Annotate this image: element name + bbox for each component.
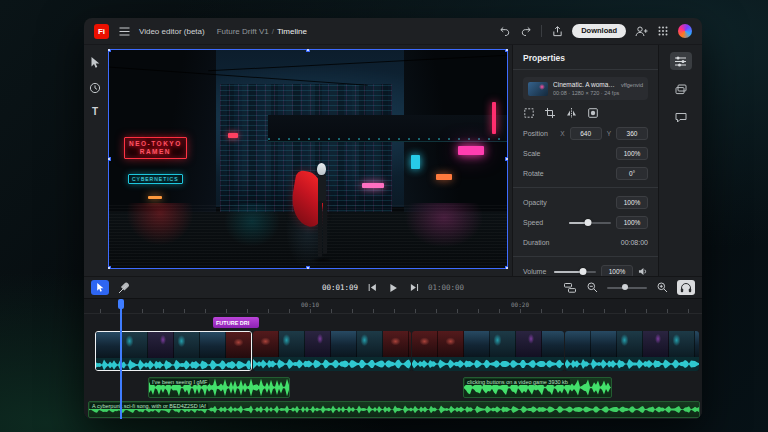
history-tool-icon[interactable] — [88, 81, 102, 95]
neon-sign — [436, 174, 452, 180]
previous-frame-icon[interactable] — [365, 281, 379, 295]
select-tool-icon[interactable] — [88, 55, 102, 69]
clip-suffix: vffgenvid — [621, 82, 643, 88]
video-clip[interactable] — [565, 331, 699, 371]
rotate-input[interactable] — [616, 167, 648, 180]
video-preview[interactable]: NEO-TOKYO RAMEN CYBERNETICS — [108, 49, 508, 269]
opacity-row: Opacity — [523, 196, 648, 209]
speed-input[interactable] — [616, 216, 648, 229]
video-audio-waveform — [565, 357, 699, 371]
divider — [541, 25, 542, 37]
neon-sign — [411, 155, 420, 169]
video-frame-thumbnail — [695, 331, 699, 357]
timeline-select-tool[interactable] — [91, 280, 109, 295]
opacity-input[interactable] — [616, 196, 648, 209]
resize-handle[interactable] — [505, 157, 508, 161]
crop-icon[interactable] — [545, 108, 555, 118]
neon-strip — [492, 102, 496, 134]
video-frame-thumbnail — [174, 332, 200, 358]
right-icon-rail — [658, 45, 702, 276]
flip-horizontal-icon[interactable] — [566, 108, 577, 118]
download-button[interactable]: Download — [572, 24, 626, 38]
timeline-ruler[interactable]: 00:10 00:20 — [84, 299, 702, 314]
layers-tab-icon[interactable] — [670, 80, 692, 98]
video-frame-thumbnail — [464, 331, 490, 357]
share-icon[interactable] — [550, 24, 564, 38]
film-strip — [412, 331, 564, 357]
text-tool-icon[interactable]: T — [92, 107, 98, 117]
video-clip-selected[interactable] — [95, 331, 252, 371]
video-clip[interactable] — [412, 331, 564, 371]
resize-handle[interactable] — [306, 266, 310, 269]
properties-tab-icon[interactable] — [670, 52, 692, 70]
next-frame-icon[interactable] — [407, 281, 421, 295]
video-audio-waveform — [253, 357, 411, 371]
video-frame-thumbnail — [122, 332, 148, 358]
app-title: Video editor (beta) — [139, 27, 205, 36]
resize-handle[interactable] — [108, 157, 111, 161]
video-frame-thumbnail — [200, 332, 226, 358]
transform-icon[interactable] — [524, 108, 534, 118]
ruler-label: 00:20 — [511, 301, 529, 308]
speaker-icon[interactable] — [638, 267, 648, 276]
timeline-zoom-slider[interactable] — [607, 287, 647, 289]
properties-title: Properties — [513, 45, 658, 70]
left-tool-rail: T — [84, 45, 106, 276]
user-avatar[interactable] — [678, 24, 692, 38]
total-time: 01:00:00 — [428, 283, 464, 292]
position-x-input[interactable] — [570, 127, 602, 140]
selected-clip-card[interactable]: Cinematic. A woman looks a... vffgenvid … — [523, 77, 648, 100]
resize-handle[interactable] — [505, 266, 508, 269]
neon-lamp — [148, 196, 162, 199]
film-strip — [565, 331, 699, 357]
apps-grid-icon[interactable] — [656, 24, 670, 38]
timeline-panel: 00:10 00:20 FUTURE DRI I've been seeing … — [84, 298, 702, 419]
zoom-out-icon[interactable] — [585, 281, 599, 295]
video-clip[interactable] — [253, 331, 411, 371]
undo-icon[interactable] — [497, 24, 511, 38]
music-clip[interactable]: A cyberpunk sci-fi song, with or BED4Z2S… — [88, 401, 700, 418]
speed-slider[interactable] — [569, 222, 611, 224]
title-clip[interactable]: FUTURE DRI — [213, 317, 259, 328]
speed-row: Speed — [523, 216, 648, 229]
ruler-label: 00:10 — [301, 301, 319, 308]
razor-tool-icon[interactable] — [117, 281, 131, 295]
resize-handle[interactable] — [306, 49, 310, 52]
preview-overpass — [268, 115, 508, 142]
redo-icon[interactable] — [519, 24, 533, 38]
neon-sign — [228, 133, 238, 138]
position-y-input[interactable] — [616, 127, 648, 140]
comments-tab-icon[interactable] — [670, 108, 692, 126]
scale-row: Scale — [523, 147, 648, 160]
transport-controls: 00:01:09 01:00:00 — [322, 281, 464, 295]
neon-sign-cybernetics: CYBERNETICS — [128, 174, 183, 184]
zoom-in-icon[interactable] — [655, 281, 669, 295]
audio-clip[interactable]: I've been seeing I gMF — [148, 377, 290, 398]
hamburger-menu-icon[interactable] — [117, 24, 131, 38]
playhead[interactable] — [120, 299, 122, 419]
video-frame-thumbnail — [617, 331, 643, 357]
track-layout-icon[interactable] — [563, 281, 577, 295]
video-frame-thumbnail — [357, 331, 383, 357]
breadcrumb-page: Timeline — [277, 27, 307, 36]
video-frame-thumbnail — [253, 331, 279, 357]
video-frame-thumbnail — [542, 331, 564, 357]
breadcrumb: Future Drift V1 / Timeline — [217, 27, 307, 36]
resize-handle[interactable] — [108, 49, 111, 52]
scale-input[interactable] — [616, 147, 648, 160]
audio-clip[interactable]: clicking buttons on a video game 3930 kb — [463, 377, 612, 398]
resize-handle[interactable] — [108, 266, 111, 269]
video-frame-thumbnail — [643, 331, 669, 357]
resize-handle[interactable] — [505, 49, 508, 52]
video-frame-thumbnail — [331, 331, 357, 357]
breadcrumb-project[interactable]: Future Drift V1 — [217, 27, 269, 36]
clip-name: Cinematic. A woman looks a... — [553, 81, 617, 88]
play-button-icon[interactable] — [386, 281, 400, 295]
audio-preview-button[interactable] — [677, 280, 695, 295]
video-frame-thumbnail — [412, 331, 438, 357]
firefly-logo[interactable]: Fi — [94, 24, 109, 39]
mask-icon[interactable] — [588, 108, 598, 118]
volume-slider[interactable] — [554, 271, 596, 273]
top-bar: Fi Video editor (beta) Future Drift V1 /… — [84, 18, 702, 45]
add-person-icon[interactable] — [634, 24, 648, 38]
